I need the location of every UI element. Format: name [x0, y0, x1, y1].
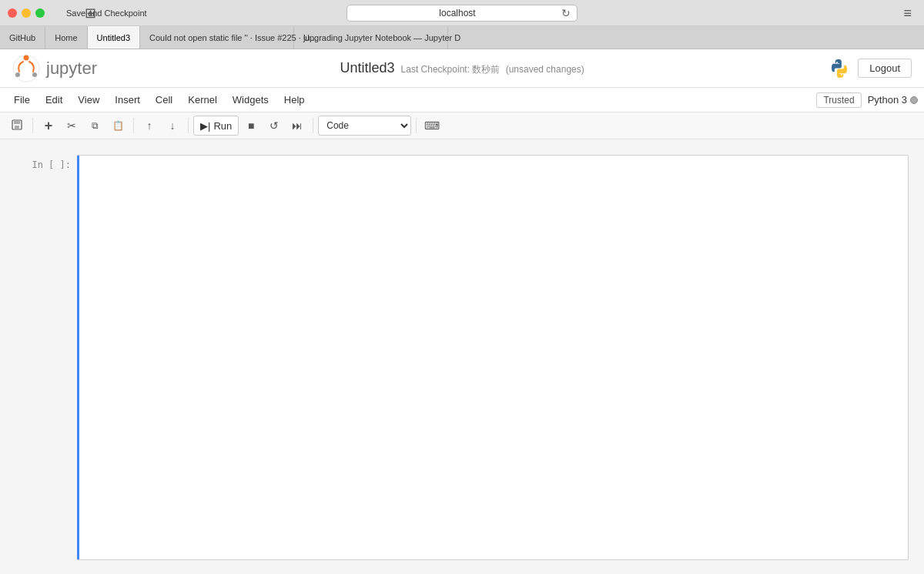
- run-label: Run: [213, 120, 232, 132]
- svg-rect-6: [15, 126, 19, 129]
- fast-forward-icon: ⏭: [292, 119, 303, 132]
- cell-input[interactable]: [79, 156, 908, 556]
- keyboard-icon: ⌨: [424, 119, 440, 132]
- refresh-icon[interactable]: ↻: [561, 7, 571, 19]
- menu-view[interactable]: View: [70, 91, 107, 109]
- notebook-title-area: Untitled3 Last Checkpoint: 数秒前 (unsaved …: [340, 60, 584, 76]
- kernel-info: Python 3: [868, 94, 918, 106]
- jupyter-wordmark: jupyter: [46, 59, 97, 79]
- toolbar-divider-1: [32, 118, 33, 133]
- save-checkpoint-label: Save and Checkpoint: [66, 8, 147, 18]
- notebook-area: In [ ]:: [0, 139, 924, 574]
- cut-button[interactable]: ✂: [61, 116, 82, 136]
- copy-button[interactable]: ⧉: [84, 116, 105, 136]
- restart-button[interactable]: ↺: [263, 116, 285, 136]
- run-icon: ▶|: [200, 120, 210, 132]
- checkpoint-info: Last Checkpoint: 数秒前 (unsaved changes): [401, 63, 584, 76]
- menu-edit[interactable]: Edit: [38, 91, 70, 109]
- toolbar-divider-4: [313, 118, 313, 133]
- toolbar: + ✂ ⧉ 📋 ↑ ↓ ▶| Run ■ ↺ ⏭ Code Markdown R…: [0, 112, 924, 139]
- jupyter-header: jupyter Untitled3 Last Checkpoint: 数秒前 (…: [0, 49, 924, 88]
- kernel-status-circle: [910, 96, 918, 104]
- arrow-up-icon: ↑: [147, 119, 152, 132]
- menu-kernel[interactable]: Kernel: [180, 91, 225, 109]
- menu-widgets[interactable]: Widgets: [225, 91, 276, 109]
- run-button[interactable]: ▶| Run: [193, 116, 239, 136]
- move-down-button[interactable]: ↓: [162, 116, 183, 136]
- code-cell[interactable]: [77, 155, 909, 560]
- window-icon[interactable]: ⊞: [85, 5, 96, 21]
- plus-icon: +: [45, 118, 53, 134]
- jupyter-logo-icon: [12, 55, 40, 82]
- maximize-button[interactable]: [35, 8, 45, 18]
- menu-insert[interactable]: Insert: [107, 91, 148, 109]
- jupyter-logo: jupyter: [12, 55, 97, 82]
- logout-button[interactable]: Logout: [858, 59, 912, 78]
- save-button[interactable]: [6, 116, 28, 136]
- menu-bar: File Edit View Insert Cell Kernel Widget…: [0, 88, 924, 112]
- svg-point-2: [15, 72, 20, 77]
- url-bar[interactable]: localhost ↻: [346, 5, 578, 22]
- tab-home[interactable]: Home: [45, 26, 87, 49]
- keyboard-shortcuts-button[interactable]: ⌨: [421, 116, 443, 136]
- menu-right-area: Trusted Python 3: [816, 92, 918, 108]
- restart-icon: ↺: [270, 119, 279, 132]
- tab-github[interactable]: GitHub: [0, 26, 45, 49]
- title-bar: Save and Checkpoint ⊞ localhost ↻ ≡: [0, 0, 924, 26]
- window-controls: [8, 8, 45, 18]
- move-up-button[interactable]: ↑: [139, 116, 160, 136]
- url-bar-container: localhost ↻: [346, 5, 578, 22]
- url-text: localhost: [353, 8, 561, 18]
- menu-file[interactable]: File: [6, 91, 38, 109]
- add-cell-button[interactable]: +: [38, 116, 59, 136]
- python-logo-icon: [827, 56, 852, 81]
- svg-point-3: [32, 72, 37, 77]
- paste-icon: 📋: [112, 120, 124, 131]
- minimize-button[interactable]: [22, 8, 31, 18]
- browser-tabs: GitHub Home Untitled3 Could not open sta…: [0, 26, 924, 49]
- svg-rect-5: [14, 120, 20, 124]
- close-button[interactable]: [8, 8, 17, 18]
- arrow-down-icon: ↓: [170, 119, 176, 132]
- cell-type-select[interactable]: Code Markdown Raw NBConvert: [318, 116, 411, 136]
- menu-help[interactable]: Help: [276, 91, 313, 109]
- stop-icon: ■: [248, 119, 254, 132]
- save-icon: [11, 119, 23, 133]
- cell-label: In [ ]:: [15, 155, 77, 170]
- trusted-badge: Trusted: [816, 92, 861, 108]
- toolbar-divider-5: [416, 118, 417, 133]
- cut-icon: ✂: [67, 119, 76, 132]
- copy-icon: ⧉: [92, 120, 99, 131]
- toolbar-divider-3: [188, 118, 189, 133]
- tab-issue[interactable]: Could not open static file '' · Issue #2…: [140, 26, 294, 49]
- svg-point-1: [24, 55, 29, 60]
- tab-upgrading[interactable]: Upgrading Jupyter Notebook — Jupyter D: [294, 26, 448, 49]
- cell-container: In [ ]:: [15, 155, 909, 560]
- header-right: Logout: [827, 56, 912, 81]
- notebook-name[interactable]: Untitled3: [340, 60, 395, 76]
- toolbar-divider-2: [133, 118, 134, 133]
- paste-button[interactable]: 📋: [107, 116, 129, 136]
- browser-menu-icon[interactable]: ≡: [903, 5, 912, 20]
- fast-forward-button[interactable]: ⏭: [286, 116, 308, 136]
- menu-cell[interactable]: Cell: [148, 91, 180, 109]
- tab-untitled3[interactable]: Untitled3: [88, 26, 140, 49]
- stop-button[interactable]: ■: [240, 116, 262, 136]
